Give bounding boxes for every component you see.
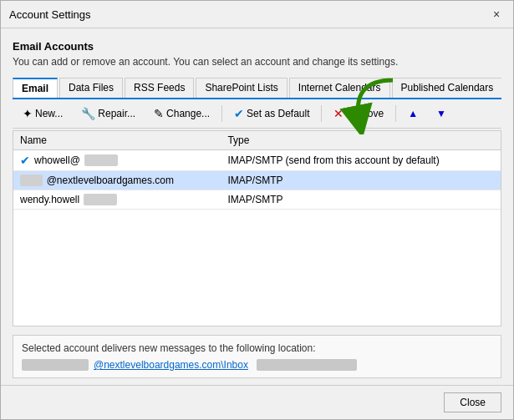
delivery-location-section: Selected account delivers new messages t… — [13, 335, 501, 378]
delivery-prefix-blurred — [22, 359, 89, 371]
account-type-cell: IMAP/SMTP — [221, 190, 501, 210]
new-icon: ✦ — [23, 107, 33, 120]
account-name-blurred — [84, 154, 118, 166]
delivery-desc: Selected account delivers new messages t… — [22, 342, 492, 354]
separator-3 — [395, 105, 396, 122]
main-content: Email Accounts You can add or remove an … — [1, 28, 513, 385]
new-button[interactable]: ✦ New... — [16, 104, 69, 123]
account-type-cell: IMAP/SMTP — [221, 171, 501, 190]
tab-published-calendars[interactable]: Published Calendars — [392, 78, 501, 99]
account-name-cell: @nextlevelboardgames.com — [13, 171, 221, 190]
change-icon: ✎ — [154, 107, 164, 120]
repair-button[interactable]: 🔧 Repair... — [74, 104, 142, 123]
footer: Close — [1, 385, 513, 419]
change-label: Change... — [166, 108, 210, 119]
set-default-label: Set as Default — [247, 108, 309, 119]
account-name-cell: wendy.howell — [13, 190, 221, 210]
remove-icon: ✕ — [333, 107, 344, 120]
account-name-blurred — [84, 194, 117, 205]
default-check-icon: ✔ — [20, 154, 30, 167]
remove-button[interactable]: ✕ Remove — [327, 104, 390, 123]
col-header-type: Type — [221, 131, 501, 150]
tab-area: Email Data Files RSS Feeds SharePoint Li… — [13, 76, 501, 99]
delivery-account-link[interactable]: @nextlevelboardgames.com\Inbox — [94, 359, 248, 371]
repair-label: Repair... — [98, 108, 135, 119]
separator-1 — [221, 105, 222, 122]
delivery-suffix-blurred — [257, 359, 357, 371]
tab-internet-calendars[interactable]: Internet Calendars — [289, 78, 390, 99]
account-prefix-blurred — [20, 175, 43, 186]
close-dialog-button[interactable]: Close — [444, 392, 501, 412]
window-close-button[interactable]: × — [488, 6, 505, 23]
section-title: Email Accounts — [13, 40, 501, 53]
table-row[interactable]: ✔ whowell@ IMAP/SMTP (send from this acc… — [13, 150, 501, 171]
account-name-text: @nextlevelboardgames.com — [47, 175, 174, 186]
set-default-button[interactable]: ✔ Set as Default — [227, 104, 316, 123]
new-label: New... — [35, 108, 63, 119]
col-header-name: Name — [13, 131, 221, 150]
account-type-cell: IMAP/SMTP (send from this account by def… — [221, 150, 501, 171]
accounts-table: Name Type ✔ whowell@ IMAP — [13, 131, 501, 210]
accounts-table-container: Name Type ✔ whowell@ IMAP — [13, 130, 501, 326]
move-down-button[interactable]: ▼ — [430, 105, 453, 122]
account-name-text: whowell@ — [34, 154, 80, 166]
toolbar: ✦ New... 🔧 Repair... ✎ Change... ✔ Set a… — [13, 99, 501, 129]
tab-rss-feeds[interactable]: RSS Feeds — [125, 78, 194, 99]
section-desc: You can add or remove an account. You ca… — [13, 56, 501, 68]
repair-icon: 🔧 — [81, 107, 95, 120]
change-button[interactable]: ✎ Change... — [147, 104, 216, 123]
remove-label: Remove — [346, 108, 384, 119]
up-arrow-icon: ▲ — [408, 108, 418, 119]
account-settings-window: Account Settings × Email Accounts You ca… — [0, 0, 514, 420]
table-row[interactable]: wendy.howell IMAP/SMTP — [13, 190, 501, 210]
down-arrow-icon: ▼ — [436, 108, 446, 119]
separator-2 — [321, 105, 322, 122]
account-name-cell: ✔ whowell@ — [13, 150, 221, 171]
tab-sharepoint-lists[interactable]: SharePoint Lists — [196, 78, 287, 99]
tabs-container: Email Data Files RSS Feeds SharePoint Li… — [13, 76, 501, 99]
account-name-text: wendy.howell — [20, 194, 79, 205]
move-up-button[interactable]: ▲ — [401, 105, 425, 122]
table-row[interactable]: @nextlevelboardgames.com IMAP/SMTP — [13, 171, 501, 190]
delivery-location: @nextlevelboardgames.com\Inbox — [22, 359, 492, 371]
window-title: Account Settings — [9, 8, 91, 21]
set-default-icon: ✔ — [234, 107, 244, 120]
tab-email[interactable]: Email — [13, 78, 58, 99]
title-bar: Account Settings × — [1, 1, 513, 28]
tab-data-files[interactable]: Data Files — [59, 78, 123, 99]
